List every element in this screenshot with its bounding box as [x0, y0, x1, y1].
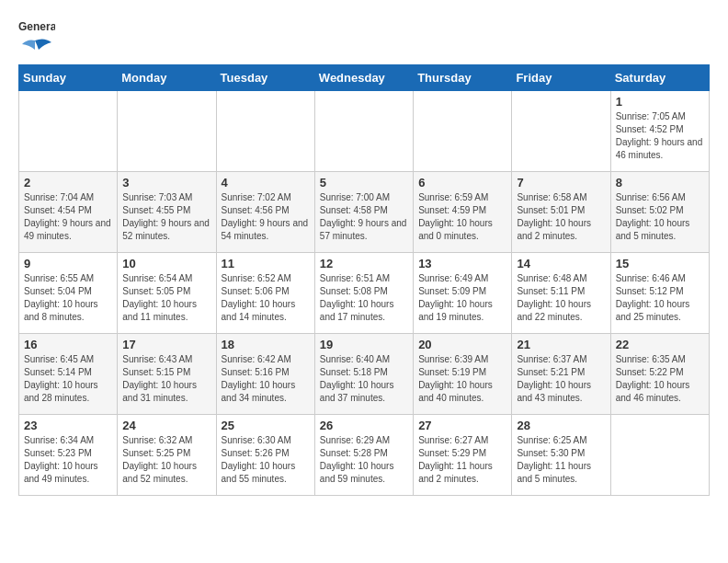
day-number: 17 — [122, 338, 210, 351]
day-number: 20 — [418, 338, 506, 351]
calendar-cell — [414, 91, 512, 172]
calendar-cell: 19Sunrise: 6:40 AM Sunset: 5:18 PM Dayli… — [314, 334, 413, 415]
day-info: Sunrise: 7:00 AM Sunset: 4:58 PM Dayligh… — [320, 191, 408, 243]
calendar-cell: 23Sunrise: 6:34 AM Sunset: 5:23 PM Dayli… — [19, 415, 118, 496]
day-info: Sunrise: 6:59 AM Sunset: 4:59 PM Dayligh… — [418, 191, 506, 243]
day-info: Sunrise: 6:52 AM Sunset: 5:06 PM Dayligh… — [222, 272, 310, 324]
calendar-cell: 17Sunrise: 6:43 AM Sunset: 5:15 PM Dayli… — [118, 334, 216, 415]
day-number: 1 — [616, 95, 704, 109]
calendar-cell: 12Sunrise: 6:51 AM Sunset: 5:08 PM Dayli… — [314, 253, 413, 334]
day-info: Sunrise: 7:05 AM Sunset: 4:52 PM Dayligh… — [616, 110, 704, 162]
calendar-cell: 10Sunrise: 6:54 AM Sunset: 5:05 PM Dayli… — [118, 253, 216, 334]
day-number: 13 — [418, 257, 506, 270]
day-info: Sunrise: 6:39 AM Sunset: 5:19 PM Dayligh… — [418, 353, 506, 405]
day-header-tuesday: Tuesday — [216, 65, 314, 91]
calendar-cell: 4Sunrise: 7:02 AM Sunset: 4:56 PM Daylig… — [216, 172, 314, 253]
day-number: 19 — [320, 338, 408, 351]
calendar-cell: 9Sunrise: 6:55 AM Sunset: 5:04 PM Daylig… — [19, 253, 118, 334]
day-info: Sunrise: 6:35 AM Sunset: 5:22 PM Dayligh… — [616, 353, 704, 405]
day-number: 3 — [122, 176, 210, 190]
calendar-cell: 13Sunrise: 6:49 AM Sunset: 5:09 PM Dayli… — [414, 253, 512, 334]
calendar-cell: 18Sunrise: 6:42 AM Sunset: 5:16 PM Dayli… — [216, 334, 314, 415]
day-info: Sunrise: 6:34 AM Sunset: 5:23 PM Dayligh… — [24, 434, 112, 486]
calendar-cell: 6Sunrise: 6:59 AM Sunset: 4:59 PM Daylig… — [414, 172, 512, 253]
calendar-cell: 14Sunrise: 6:48 AM Sunset: 5:11 PM Dayli… — [512, 253, 610, 334]
day-number: 18 — [222, 338, 310, 351]
calendar-cell: 24Sunrise: 6:32 AM Sunset: 5:25 PM Dayli… — [118, 415, 216, 496]
day-header-wednesday: Wednesday — [314, 65, 413, 91]
day-header-saturday: Saturday — [610, 65, 709, 91]
day-info: Sunrise: 6:55 AM Sunset: 5:04 PM Dayligh… — [24, 272, 112, 324]
svg-text:General: General — [18, 20, 55, 33]
day-number: 15 — [616, 257, 704, 270]
calendar-cell: 5Sunrise: 7:00 AM Sunset: 4:58 PM Daylig… — [314, 172, 413, 253]
logo: General — [18, 18, 55, 57]
day-number: 28 — [517, 419, 605, 432]
day-info: Sunrise: 6:58 AM Sunset: 5:01 PM Dayligh… — [517, 191, 605, 243]
day-number: 9 — [24, 257, 112, 270]
day-info: Sunrise: 7:04 AM Sunset: 4:54 PM Dayligh… — [24, 191, 112, 243]
calendar-cell: 7Sunrise: 6:58 AM Sunset: 5:01 PM Daylig… — [512, 172, 610, 253]
day-info: Sunrise: 6:46 AM Sunset: 5:12 PM Dayligh… — [616, 272, 704, 324]
day-number: 5 — [320, 176, 408, 190]
calendar-cell — [216, 91, 314, 172]
day-number: 22 — [616, 338, 704, 351]
day-info: Sunrise: 6:25 AM Sunset: 5:30 PM Dayligh… — [517, 434, 605, 486]
calendar-cell: 8Sunrise: 6:56 AM Sunset: 5:02 PM Daylig… — [610, 172, 709, 253]
calendar-cell — [118, 91, 216, 172]
day-info: Sunrise: 6:40 AM Sunset: 5:18 PM Dayligh… — [320, 353, 408, 405]
day-number: 21 — [517, 338, 605, 351]
day-number: 12 — [320, 257, 408, 270]
day-number: 7 — [517, 176, 605, 190]
day-info: Sunrise: 6:30 AM Sunset: 5:26 PM Dayligh… — [222, 434, 310, 486]
logo-bird-icon — [18, 37, 53, 57]
day-info: Sunrise: 6:54 AM Sunset: 5:05 PM Dayligh… — [122, 272, 210, 324]
day-number: 8 — [616, 176, 704, 190]
calendar-cell: 26Sunrise: 6:29 AM Sunset: 5:28 PM Dayli… — [314, 415, 413, 496]
day-info: Sunrise: 7:02 AM Sunset: 4:56 PM Dayligh… — [222, 191, 310, 243]
calendar-cell: 15Sunrise: 6:46 AM Sunset: 5:12 PM Dayli… — [610, 253, 709, 334]
calendar-cell — [19, 91, 118, 172]
day-info: Sunrise: 6:56 AM Sunset: 5:02 PM Dayligh… — [616, 191, 704, 243]
day-number: 16 — [24, 338, 112, 351]
day-number: 14 — [517, 257, 605, 270]
day-info: Sunrise: 6:49 AM Sunset: 5:09 PM Dayligh… — [418, 272, 506, 324]
day-number: 10 — [122, 257, 210, 270]
calendar-cell: 21Sunrise: 6:37 AM Sunset: 5:21 PM Dayli… — [512, 334, 610, 415]
day-info: Sunrise: 7:03 AM Sunset: 4:55 PM Dayligh… — [122, 191, 210, 243]
calendar-cell — [512, 91, 610, 172]
day-number: 24 — [122, 419, 210, 432]
calendar-cell — [314, 91, 413, 172]
day-info: Sunrise: 6:43 AM Sunset: 5:15 PM Dayligh… — [122, 353, 210, 405]
calendar: SundayMondayTuesdayWednesdayThursdayFrid… — [18, 64, 710, 496]
calendar-cell: 3Sunrise: 7:03 AM Sunset: 4:55 PM Daylig… — [118, 172, 216, 253]
day-header-sunday: Sunday — [19, 65, 118, 91]
day-number: 11 — [222, 257, 310, 270]
calendar-cell: 20Sunrise: 6:39 AM Sunset: 5:19 PM Dayli… — [414, 334, 512, 415]
calendar-cell: 25Sunrise: 6:30 AM Sunset: 5:26 PM Dayli… — [216, 415, 314, 496]
calendar-cell: 2Sunrise: 7:04 AM Sunset: 4:54 PM Daylig… — [19, 172, 118, 253]
day-info: Sunrise: 6:27 AM Sunset: 5:29 PM Dayligh… — [418, 434, 506, 486]
day-number: 26 — [320, 419, 408, 432]
calendar-cell: 1Sunrise: 7:05 AM Sunset: 4:52 PM Daylig… — [610, 91, 709, 172]
calendar-week-row: 2Sunrise: 7:04 AM Sunset: 4:54 PM Daylig… — [19, 172, 710, 253]
calendar-cell: 22Sunrise: 6:35 AM Sunset: 5:22 PM Dayli… — [610, 334, 709, 415]
day-info: Sunrise: 6:48 AM Sunset: 5:11 PM Dayligh… — [517, 272, 605, 324]
calendar-week-row: 9Sunrise: 6:55 AM Sunset: 5:04 PM Daylig… — [19, 253, 710, 334]
calendar-cell: 11Sunrise: 6:52 AM Sunset: 5:06 PM Dayli… — [216, 253, 314, 334]
calendar-week-row: 1Sunrise: 7:05 AM Sunset: 4:52 PM Daylig… — [19, 91, 710, 172]
calendar-week-row: 16Sunrise: 6:45 AM Sunset: 5:14 PM Dayli… — [19, 334, 710, 415]
day-info: Sunrise: 6:32 AM Sunset: 5:25 PM Dayligh… — [122, 434, 210, 486]
day-info: Sunrise: 6:51 AM Sunset: 5:08 PM Dayligh… — [320, 272, 408, 324]
day-info: Sunrise: 6:29 AM Sunset: 5:28 PM Dayligh… — [320, 434, 408, 486]
day-number: 2 — [24, 176, 112, 190]
day-info: Sunrise: 6:42 AM Sunset: 5:16 PM Dayligh… — [222, 353, 310, 405]
day-number: 25 — [222, 419, 310, 432]
day-header-monday: Monday — [118, 65, 216, 91]
header: General — [18, 18, 710, 57]
day-number: 23 — [24, 419, 112, 432]
logo-icon: General — [18, 18, 55, 35]
calendar-cell: 28Sunrise: 6:25 AM Sunset: 5:30 PM Dayli… — [512, 415, 610, 496]
day-number: 27 — [418, 419, 506, 432]
calendar-cell: 27Sunrise: 6:27 AM Sunset: 5:29 PM Dayli… — [414, 415, 512, 496]
